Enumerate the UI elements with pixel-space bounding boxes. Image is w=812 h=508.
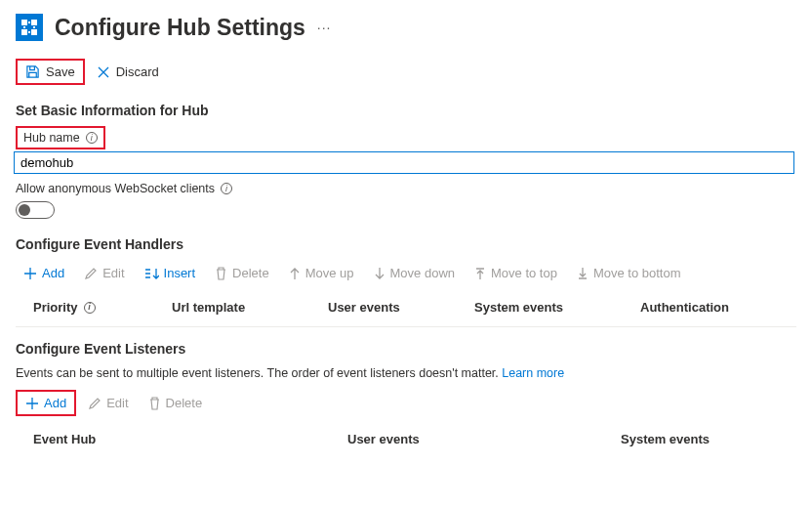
trash-icon	[215, 267, 227, 280]
save-icon	[25, 64, 40, 79]
hub-name-input[interactable]	[14, 151, 794, 174]
basic-section-title: Set Basic Information for Hub	[16, 103, 796, 118]
listeners-add-button[interactable]: Add	[16, 390, 76, 416]
pencil-icon	[84, 267, 98, 280]
col-url: Url template	[172, 300, 328, 315]
insert-label: Insert	[164, 266, 196, 280]
listeners-description: Events can be sent to multiple event lis…	[16, 366, 796, 380]
discard-button[interactable]: Discard	[89, 61, 167, 83]
arrow-bottom-icon	[577, 267, 589, 280]
pencil-icon	[88, 397, 102, 410]
svg-rect-3	[31, 29, 37, 35]
handlers-delete-button: Delete	[207, 262, 277, 284]
svg-rect-1	[31, 20, 37, 25]
col-priority: Priority	[33, 300, 78, 315]
hub-app-icon	[16, 14, 43, 41]
movebottom-label: Move to bottom	[593, 266, 681, 280]
plus-icon	[25, 397, 39, 410]
listeners-section-title: Configure Event Listeners	[16, 341, 796, 357]
hub-name-field: Hub name i	[16, 128, 796, 174]
handlers-table-header: Priorityi Url template User events Syste…	[16, 294, 796, 320]
add-label: Add	[42, 266, 64, 280]
delete-label: Delete	[166, 396, 203, 410]
svg-rect-5	[28, 31, 30, 33]
insert-icon	[144, 267, 159, 280]
allow-anon-toggle[interactable]	[16, 201, 55, 219]
save-label: Save	[46, 64, 75, 79]
page-header: Configure Hub Settings ···	[16, 14, 796, 41]
handlers-movetop-button: Move to top	[467, 262, 565, 284]
add-label: Add	[44, 396, 66, 410]
close-icon	[97, 65, 110, 79]
handlers-edit-button: Edit	[76, 262, 132, 284]
info-icon[interactable]: i	[221, 183, 232, 194]
movetop-label: Move to top	[491, 266, 557, 280]
handlers-section-title: Configure Event Handlers	[16, 236, 796, 252]
col-system-events: System events	[621, 432, 777, 446]
action-toolbar: Save Discard	[16, 59, 796, 85]
listeners-delete-button: Delete	[141, 392, 211, 414]
info-icon[interactable]: i	[84, 302, 96, 314]
trash-icon	[148, 397, 161, 410]
arrow-down-icon	[374, 267, 386, 280]
svg-rect-4	[28, 21, 30, 23]
allow-anon-label: Allow anonymous WebSocket clients	[16, 182, 215, 195]
col-event-hub: Event Hub	[16, 432, 347, 446]
col-system-events: System events	[474, 300, 640, 315]
handlers-movedown-button: Move down	[366, 262, 463, 284]
arrow-top-icon	[474, 267, 486, 280]
plus-icon	[23, 267, 37, 280]
svg-rect-0	[21, 20, 27, 25]
col-user-events: User events	[328, 300, 474, 315]
info-icon[interactable]: i	[86, 132, 98, 144]
discard-label: Discard	[116, 64, 159, 79]
handlers-command-bar: Add Edit Insert Delete Move up Move down…	[16, 262, 796, 284]
arrow-up-icon	[289, 267, 301, 280]
col-auth: Authentication	[640, 300, 777, 315]
edit-label: Edit	[102, 266, 124, 280]
edit-label: Edit	[106, 396, 128, 410]
col-user-events: User events	[347, 432, 621, 446]
handlers-add-button[interactable]: Add	[16, 262, 72, 284]
learn-more-link[interactable]: Learn more	[502, 366, 564, 380]
svg-rect-7	[33, 26, 35, 28]
moveup-label: Move up	[305, 266, 354, 280]
page-title: Configure Hub Settings	[55, 15, 305, 41]
svg-rect-6	[23, 26, 25, 28]
listeners-command-bar: Add Edit Delete	[16, 390, 796, 416]
listeners-edit-button: Edit	[80, 392, 136, 414]
delete-label: Delete	[232, 266, 269, 280]
svg-rect-2	[21, 29, 27, 35]
handlers-moveup-button: Move up	[281, 262, 362, 284]
save-button[interactable]: Save	[16, 59, 85, 85]
listeners-table-header: Event Hub User events System events	[16, 426, 796, 452]
handlers-insert-button[interactable]: Insert	[137, 262, 204, 284]
more-menu[interactable]: ···	[317, 20, 332, 35]
hub-name-label: Hub name	[23, 131, 80, 145]
handlers-movebottom-button: Move to bottom	[569, 262, 689, 284]
movedown-label: Move down	[390, 266, 455, 280]
divider	[16, 326, 796, 327]
